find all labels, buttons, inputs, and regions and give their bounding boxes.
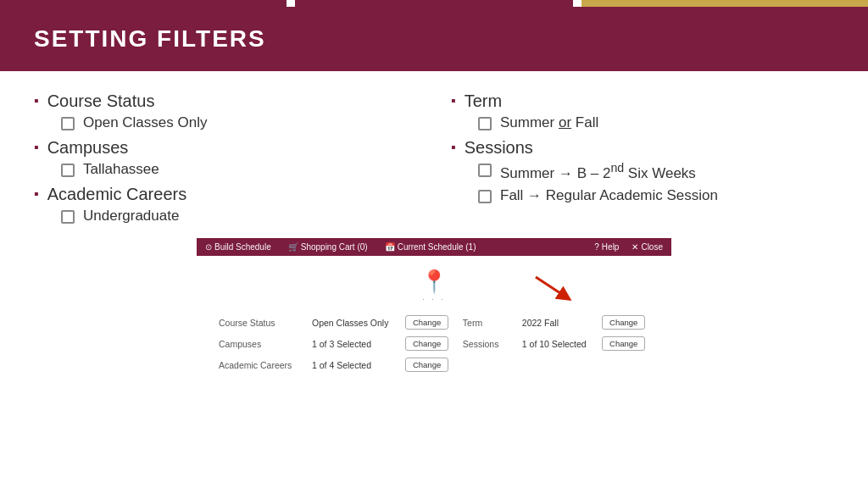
bullet-icon-academic-careers: ▪ — [34, 186, 39, 202]
label-sessions: Sessions — [465, 138, 533, 158]
help-icon: ? — [594, 242, 599, 252]
page-title: SETTING FILTERS — [34, 25, 834, 53]
nav-shopping-cart-label: Shopping Cart (0) — [301, 242, 368, 252]
bullet-icon-term: ▪ — [451, 93, 456, 108]
sub-bullet-term-value: Summer or Fall — [478, 114, 834, 131]
table-value-academic-careers: 1 of 4 Selected — [307, 354, 400, 375]
nav-build-schedule-label: Build Schedule — [214, 242, 271, 252]
right-column: ▪ Term Summer or Fall ▪ Sessions Summer … — [434, 92, 834, 231]
bar-gap2 — [573, 0, 581, 7]
mini-content-area: 📍 · · · — [197, 256, 671, 384]
change-btn-term[interactable]: Change — [602, 315, 645, 330]
label-campuses: Campuses — [47, 138, 129, 158]
table-value-campuses: 1 of 3 Selected — [307, 333, 400, 354]
main-bullet-campuses: ▪ Campuses — [34, 138, 417, 158]
change-btn-campuses[interactable]: Change — [405, 336, 448, 351]
change-btn-course-status[interactable]: Change — [405, 315, 448, 330]
section-course-status: ▪ Course Status Open Classes Only — [34, 92, 417, 131]
left-column: ▪ Course Status Open Classes Only ▪ Camp… — [34, 92, 434, 231]
slide-container: SETTING FILTERS ▪ Course Status Open Cla… — [0, 0, 868, 488]
sub-bullet-undergraduate: Undergraduate — [61, 208, 417, 225]
section-sessions: ▪ Sessions Summer → B – 2nd Six Weeks Fa… — [451, 138, 834, 204]
header-banner: SETTING FILTERS — [0, 7, 868, 71]
text-open-classes: Open Classes Only — [83, 114, 207, 131]
checkbox-icon-tallahassee — [61, 164, 75, 177]
nav-close-label: Close — [641, 242, 663, 252]
close-icon: ✕ — [632, 242, 638, 252]
main-content: ▪ Course Status Open Classes Only ▪ Camp… — [0, 71, 868, 231]
section-campuses: ▪ Campuses Tallahassee — [34, 138, 417, 178]
sub-bullet-tallahassee: Tallahassee — [61, 161, 417, 178]
nav-help-label: Help — [602, 242, 620, 252]
table-empty-2 — [517, 354, 597, 375]
change-btn-sessions[interactable]: Change — [602, 336, 645, 351]
map-pin-area: 📍 · · · — [214, 269, 654, 303]
main-bullet-academic-careers: ▪ Academic Careers — [34, 185, 417, 204]
checkbox-icon-open-classes — [61, 117, 75, 130]
table-change-sessions: Change — [597, 333, 654, 354]
map-pin-wrapper: 📍 · · · — [420, 269, 448, 303]
checkbox-icon-summer-session — [478, 164, 492, 177]
checkbox-icon-undergraduate — [61, 210, 75, 224]
red-arrow-icon — [531, 273, 574, 304]
table-row-campuses: Campuses 1 of 3 Selected Change Sessions… — [214, 333, 654, 354]
arrow-svg — [531, 273, 574, 302]
filter-table: Course Status Open Classes Only Change T… — [214, 312, 654, 375]
shopping-cart-icon: 🛒 — [288, 242, 298, 252]
section-term: ▪ Term Summer or Fall — [451, 92, 834, 131]
main-bullet-term: ▪ Term — [451, 92, 834, 111]
text-undergraduate: Undergraduate — [83, 208, 179, 225]
map-pin-icon: 📍 — [420, 269, 448, 295]
bullet-icon-campuses: ▪ — [34, 140, 39, 155]
main-bullet-course-status: ▪ Course Status — [34, 92, 417, 111]
table-row-academic-careers: Academic Careers 1 of 4 Selected Change — [214, 354, 654, 375]
current-schedule-icon: 📅 — [385, 242, 395, 252]
table-change-campuses: Change — [400, 333, 458, 354]
screenshot-wrapper: ⊙ Build Schedule 🛒 Shopping Cart (0) 📅 C… — [0, 238, 868, 384]
table-term-label: Term — [458, 312, 517, 333]
table-empty-3 — [597, 354, 654, 375]
label-term: Term — [465, 92, 502, 111]
table-value-course-status: Open Classes Only — [307, 312, 400, 333]
sub-bullet-summer-session: Summer → B – 2nd Six Weeks — [478, 161, 834, 182]
main-bullet-sessions: ▪ Sessions — [451, 138, 834, 158]
table-label-academic-careers: Academic Careers — [214, 354, 307, 375]
nav-current-schedule-label: Current Schedule (1) — [398, 242, 476, 252]
table-label-campuses: Campuses — [214, 333, 307, 354]
table-term-value: 2022 Fall — [517, 312, 597, 333]
table-change-course-status: Change — [400, 312, 458, 333]
table-row-course-status: Course Status Open Classes Only Change T… — [214, 312, 654, 333]
bar-gold — [581, 0, 868, 7]
checkbox-icon-fall-session — [478, 190, 492, 203]
mini-app: ⊙ Build Schedule 🛒 Shopping Cart (0) 📅 C… — [197, 238, 671, 384]
bullet-icon-sessions: ▪ — [451, 140, 456, 155]
sub-bullet-fall-session: Fall → Regular Academic Session — [478, 187, 834, 204]
or-underlined: or — [559, 114, 571, 130]
section-academic-careers: ▪ Academic Careers Undergraduate — [34, 185, 417, 225]
table-empty-1 — [458, 354, 517, 375]
bar-red2 — [295, 0, 573, 7]
checkbox-icon-term — [478, 117, 492, 130]
table-change-academic-careers: Change — [400, 354, 458, 375]
table-sessions-value: 1 of 10 Selected — [517, 333, 597, 354]
label-academic-careers: Academic Careers — [47, 185, 187, 204]
text-tallahassee: Tallahassee — [83, 161, 159, 178]
bullet-icon-course-status: ▪ — [34, 93, 39, 108]
bar-red — [0, 0, 287, 7]
nav-current-schedule[interactable]: 📅 Current Schedule (1) — [385, 242, 476, 252]
svg-line-1 — [536, 277, 565, 297]
table-label-course-status: Course Status — [214, 312, 307, 333]
mini-nav-right: ? Help ✕ Close — [594, 242, 663, 252]
nav-shopping-cart[interactable]: 🛒 Shopping Cart (0) — [288, 242, 368, 252]
change-btn-academic-careers[interactable]: Change — [405, 358, 448, 372]
map-dots: · · · — [420, 295, 448, 303]
table-change-term: Change — [597, 312, 654, 333]
bar-gap — [287, 0, 295, 7]
text-summer-session: Summer → B – 2nd Six Weeks — [500, 161, 696, 182]
nav-build-schedule[interactable]: ⊙ Build Schedule — [205, 242, 271, 252]
nav-help[interactable]: ? Help — [594, 242, 619, 252]
label-course-status: Course Status — [47, 92, 155, 111]
table-sessions-label: Sessions — [458, 333, 517, 354]
text-summer-or-fall: Summer or Fall — [500, 114, 598, 131]
nav-close[interactable]: ✕ Close — [632, 242, 663, 252]
